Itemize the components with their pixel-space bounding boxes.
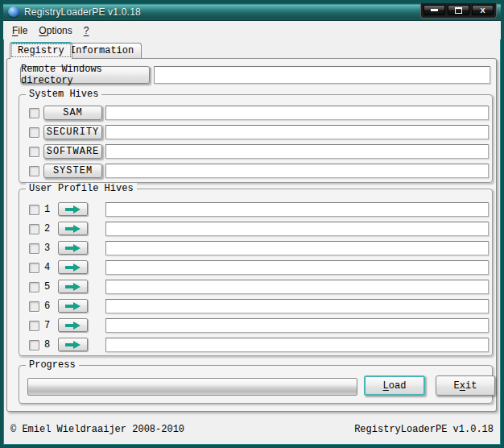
- user2-path-input[interactable]: [105, 222, 489, 236]
- close-button[interactable]: X: [472, 5, 494, 15]
- user5-path-input[interactable]: [105, 280, 489, 294]
- user7-checkbox[interactable]: [29, 321, 39, 331]
- security-path-input[interactable]: [105, 125, 489, 139]
- user5-number: 5: [44, 281, 50, 292]
- security-button[interactable]: SECURITY: [43, 125, 102, 139]
- user6-browse-button[interactable]: [58, 299, 88, 313]
- right-arrow-icon: [65, 341, 81, 349]
- right-arrow-icon: [65, 225, 81, 233]
- menu-bar: File Options ?: [3, 21, 501, 39]
- user-hive-row-7: 7: [19, 318, 492, 334]
- progress-bar: [27, 378, 357, 396]
- security-checkbox[interactable]: [29, 127, 39, 138]
- user1-checkbox[interactable]: [29, 205, 39, 215]
- right-arrow-icon: [65, 321, 81, 330]
- user-profile-hives-title: User Profile Hives: [26, 183, 137, 194]
- remote-windows-directory-input[interactable]: [154, 66, 490, 84]
- user4-checkbox[interactable]: [29, 263, 39, 273]
- exit-button[interactable]: Exit: [436, 375, 495, 396]
- user8-path-input[interactable]: [105, 338, 489, 352]
- software-path-input[interactable]: [105, 144, 489, 159]
- status-copyright: © Emiel Wieldraaijer 2008-2010: [10, 424, 184, 435]
- sam-path-input[interactable]: [105, 106, 489, 120]
- system-hive-row-system: SYSTEM: [19, 164, 492, 180]
- window-title: RegistryLoaderPE v1.0.18: [24, 6, 141, 18]
- user4-path-input[interactable]: [105, 260, 489, 275]
- close-icon: X: [480, 6, 485, 15]
- user-hive-row-3: 3: [19, 241, 492, 257]
- sam-checkbox[interactable]: [29, 108, 39, 118]
- menu-help[interactable]: ?: [78, 23, 95, 39]
- status-bar: © Emiel Wieldraaijer 2008-2010 RegistryL…: [3, 412, 501, 445]
- system-hive-row-software: SOFTWARE: [19, 144, 492, 160]
- minimize-icon: [431, 9, 438, 11]
- user-hive-row-4: 4: [19, 260, 492, 276]
- status-version: RegistryLoaderPE v1.0.18: [354, 424, 494, 435]
- user-hive-row-1: 1: [19, 202, 492, 218]
- user4-number: 4: [44, 262, 50, 273]
- user-hive-row-6: 6: [19, 299, 492, 315]
- user5-browse-button[interactable]: [58, 280, 88, 293]
- user7-browse-button[interactable]: [58, 318, 88, 332]
- user8-checkbox[interactable]: [29, 340, 39, 351]
- user3-number: 3: [44, 243, 50, 254]
- user1-path-input[interactable]: [105, 202, 489, 217]
- user6-number: 6: [44, 301, 50, 312]
- right-arrow-icon: [65, 302, 81, 310]
- menu-options[interactable]: Options: [33, 23, 77, 39]
- sam-button[interactable]: SAM: [43, 106, 102, 120]
- tab-information[interactable]: Information: [62, 43, 142, 59]
- window-controls: X: [420, 3, 497, 19]
- progress-group: Progress Load Exit: [19, 365, 493, 404]
- registry-tab-page: Remote Windows directory System Hives SA…: [6, 58, 497, 412]
- user-hive-row-2: 2: [19, 222, 492, 238]
- system-hive-row-security: SECURITY: [19, 125, 492, 141]
- system-hives-group: System Hives SAM SECURITY SOFTWARE SYSTE…: [19, 94, 493, 183]
- software-button[interactable]: SOFTWARE: [43, 144, 102, 159]
- user3-path-input[interactable]: [105, 241, 489, 255]
- load-button[interactable]: Load: [364, 375, 425, 396]
- user2-number: 2: [44, 223, 50, 234]
- user6-checkbox[interactable]: [29, 301, 39, 312]
- system-button[interactable]: SYSTEM: [43, 164, 102, 178]
- tab-registry[interactable]: Registry: [10, 42, 72, 59]
- system-hive-row-sam: SAM: [19, 106, 492, 122]
- user5-checkbox[interactable]: [29, 282, 39, 292]
- user-hive-row-5: 5: [19, 280, 492, 296]
- user1-browse-button[interactable]: [58, 202, 88, 216]
- user8-browse-button[interactable]: [58, 338, 88, 351]
- user1-number: 1: [44, 204, 50, 215]
- user3-browse-button[interactable]: [58, 241, 88, 255]
- user7-path-input[interactable]: [105, 318, 489, 333]
- progress-title: Progress: [26, 359, 79, 371]
- right-arrow-icon: [65, 263, 81, 272]
- system-path-input[interactable]: [105, 164, 489, 178]
- user3-checkbox[interactable]: [29, 243, 39, 254]
- menu-file[interactable]: File: [6, 23, 33, 39]
- minimize-button[interactable]: [423, 5, 445, 15]
- right-arrow-icon: [65, 205, 81, 214]
- user-hive-row-8: 8: [19, 338, 492, 354]
- user4-browse-button[interactable]: [58, 260, 88, 274]
- maximize-button[interactable]: [448, 5, 469, 15]
- user2-browse-button[interactable]: [58, 222, 88, 235]
- system-checkbox[interactable]: [29, 166, 39, 176]
- user2-checkbox[interactable]: [29, 224, 39, 234]
- maximize-icon: [455, 7, 462, 14]
- system-hives-title: System Hives: [26, 89, 101, 100]
- remote-windows-directory-button[interactable]: Remote Windows directory: [20, 66, 150, 84]
- user6-path-input[interactable]: [105, 299, 489, 313]
- app-window: RegistryLoaderPE v1.0.18 X File Options …: [0, 0, 504, 448]
- user7-number: 7: [44, 320, 50, 331]
- right-arrow-icon: [65, 244, 81, 252]
- user-profile-hives-group: User Profile Hives 1 2 3: [19, 189, 493, 356]
- right-arrow-icon: [65, 283, 81, 291]
- user8-number: 8: [44, 339, 50, 351]
- software-checkbox[interactable]: [29, 147, 39, 157]
- registry-app-icon: [8, 6, 19, 17]
